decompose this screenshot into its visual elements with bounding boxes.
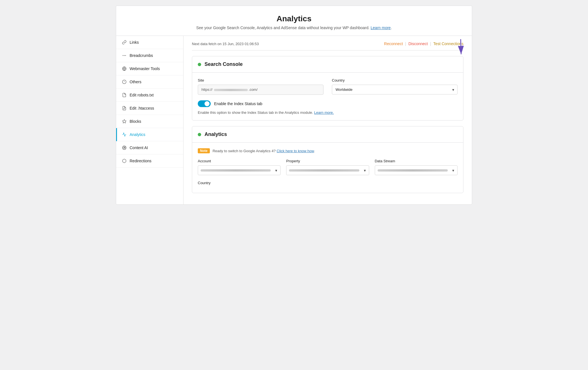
sidebar-label-analytics: Analytics bbox=[130, 132, 145, 137]
content-area: Next data fetch on 15 Jun, 2023 01:06:53… bbox=[183, 36, 472, 204]
property-select[interactable] bbox=[286, 165, 369, 175]
search-console-body: Site https:// .com/ Country bbox=[192, 73, 463, 120]
country-select[interactable]: Worldwide United States United Kingdom bbox=[332, 85, 458, 94]
account-form-group: Account bbox=[198, 159, 281, 175]
index-status-toggle-section: Enable the Index Status tab Enable this … bbox=[198, 100, 458, 115]
sidebar-label-webmaster: Webmaster Tools bbox=[130, 66, 160, 71]
analytics-section-title: Analytics bbox=[205, 131, 227, 137]
sidebar-item-content-ai[interactable]: Content AI bbox=[116, 141, 183, 154]
data-stream-label: Data Stream bbox=[375, 159, 458, 163]
account-select-wrapper bbox=[198, 165, 281, 175]
sidebar-item-links[interactable]: Links bbox=[116, 36, 183, 49]
svg-point-0 bbox=[124, 55, 124, 55]
analytics-icon bbox=[122, 132, 127, 137]
note-badge: Note bbox=[198, 148, 210, 153]
account-select[interactable] bbox=[198, 165, 281, 175]
search-console-form-row: Site https:// .com/ Country bbox=[198, 78, 458, 95]
sidebar-label-breadcrumbs: Breadcrumbs bbox=[130, 53, 153, 58]
sidebar-item-others[interactable]: Others bbox=[116, 75, 183, 89]
search-console-card: Search Console Site https:// .com/ bbox=[192, 56, 463, 121]
redirections-icon bbox=[122, 158, 127, 163]
others-icon bbox=[122, 79, 127, 84]
sidebar-item-breadcrumbs[interactable]: Breadcrumbs bbox=[116, 49, 183, 62]
site-com-suffix: .com/ bbox=[249, 87, 258, 92]
sidebar-label-content-ai: Content AI bbox=[130, 145, 148, 150]
analytics-card-header: Analytics bbox=[192, 126, 463, 143]
index-status-toggle[interactable] bbox=[198, 100, 211, 107]
search-console-title: Search Console bbox=[205, 61, 243, 67]
search-console-header: Search Console bbox=[192, 56, 463, 73]
sidebar-item-blocks[interactable]: Blocks bbox=[116, 115, 183, 128]
site-blur-bar bbox=[214, 89, 248, 91]
index-status-toggle-desc: Enable this option to show the Index Sta… bbox=[198, 110, 458, 115]
content-ai-icon bbox=[122, 145, 127, 150]
property-label: Property bbox=[286, 159, 369, 163]
svg-point-1 bbox=[125, 55, 126, 55]
country-form-group: Country Worldwide United States United K… bbox=[332, 78, 458, 95]
property-form-group: Property bbox=[286, 159, 369, 175]
svg-point-2 bbox=[123, 55, 123, 55]
test-connections-link[interactable]: Test Connections bbox=[433, 41, 463, 46]
toggle-slider bbox=[198, 100, 211, 107]
analytics-country-group: Country bbox=[198, 181, 254, 185]
site-label: Site bbox=[198, 78, 323, 82]
index-status-toggle-label: Enable the Index Status tab bbox=[214, 101, 262, 106]
sidebar: Links Breadcrumbs Webmaster Tools bbox=[116, 36, 183, 204]
links-icon bbox=[122, 40, 127, 45]
site-input-wrapper: https:// .com/ bbox=[198, 85, 323, 95]
data-stream-select-wrapper bbox=[375, 165, 458, 175]
htaccess-icon bbox=[122, 106, 127, 111]
next-fetch-text: Next data fetch on 15 Jun, 2023 01:06:53 bbox=[192, 42, 259, 46]
data-stream-select[interactable] bbox=[375, 165, 458, 175]
index-status-toggle-row: Enable the Index Status tab bbox=[198, 100, 458, 107]
country-select-wrapper: Worldwide United States United Kingdom bbox=[332, 85, 458, 94]
analytics-note-row: Note Ready to switch to Google Analytics… bbox=[198, 148, 458, 153]
sidebar-item-edit-robots[interactable]: Edit robots.txt bbox=[116, 89, 183, 102]
robots-icon bbox=[122, 92, 127, 98]
analytics-status-dot bbox=[198, 133, 201, 136]
property-select-wrapper bbox=[286, 165, 369, 175]
sidebar-label-blocks: Blocks bbox=[130, 119, 141, 124]
main-layout: Links Breadcrumbs Webmaster Tools bbox=[116, 36, 472, 205]
analytics-fields-row: Account Property bbox=[198, 159, 458, 175]
page-header: Analytics See your Google Search Console… bbox=[116, 6, 472, 36]
sidebar-item-redirections[interactable]: Redirections bbox=[116, 154, 183, 168]
site-input-container[interactable]: https:// .com/ bbox=[198, 85, 323, 95]
breadcrumbs-icon bbox=[122, 53, 127, 58]
connection-actions: Reconnect | Disconnect | Test Connection… bbox=[384, 41, 463, 46]
sidebar-label-others: Others bbox=[130, 80, 141, 84]
sidebar-item-webmaster-tools[interactable]: Webmaster Tools bbox=[116, 62, 183, 75]
analytics-country-label: Country bbox=[198, 181, 254, 185]
sidebar-label-edit-htaccess: Edit .htaccess bbox=[130, 106, 154, 110]
sidebar-item-analytics[interactable]: Analytics bbox=[116, 128, 183, 141]
index-status-learn-more-link[interactable]: Learn more. bbox=[314, 110, 334, 115]
sidebar-item-edit-htaccess[interactable]: Edit .htaccess bbox=[116, 102, 183, 115]
site-form-group: Site https:// .com/ bbox=[198, 78, 323, 95]
analytics-card: Analytics Note Ready to switch to Google… bbox=[192, 126, 463, 193]
analytics-card-body: Note Ready to switch to Google Analytics… bbox=[192, 143, 463, 193]
country-label: Country bbox=[332, 78, 458, 82]
webmaster-icon bbox=[122, 66, 127, 71]
note-text: Ready to switch to Google Analytics 4? C… bbox=[213, 149, 315, 153]
disconnect-link[interactable]: Disconnect bbox=[408, 41, 428, 46]
sidebar-label-links: Links bbox=[130, 40, 139, 45]
https-prefix: https:// bbox=[201, 87, 212, 92]
page-title: Analytics bbox=[122, 14, 466, 23]
blocks-icon bbox=[122, 119, 127, 124]
sidebar-label-redirections: Redirections bbox=[130, 159, 151, 163]
svg-marker-10 bbox=[122, 119, 126, 123]
account-label: Account bbox=[198, 159, 281, 163]
sidebar-label-edit-robots: Edit robots.txt bbox=[130, 93, 154, 97]
learn-more-link[interactable]: Learn more bbox=[371, 26, 391, 30]
reconnect-link[interactable]: Reconnect bbox=[384, 41, 403, 46]
search-console-status-dot bbox=[198, 63, 201, 66]
data-stream-form-group: Data Stream bbox=[375, 159, 458, 175]
ga4-link[interactable]: Click here to know how bbox=[277, 149, 314, 153]
page-subtitle: See your Google Search Console, Analytic… bbox=[122, 26, 466, 30]
top-bar: Next data fetch on 15 Jun, 2023 01:06:53… bbox=[192, 41, 463, 50]
